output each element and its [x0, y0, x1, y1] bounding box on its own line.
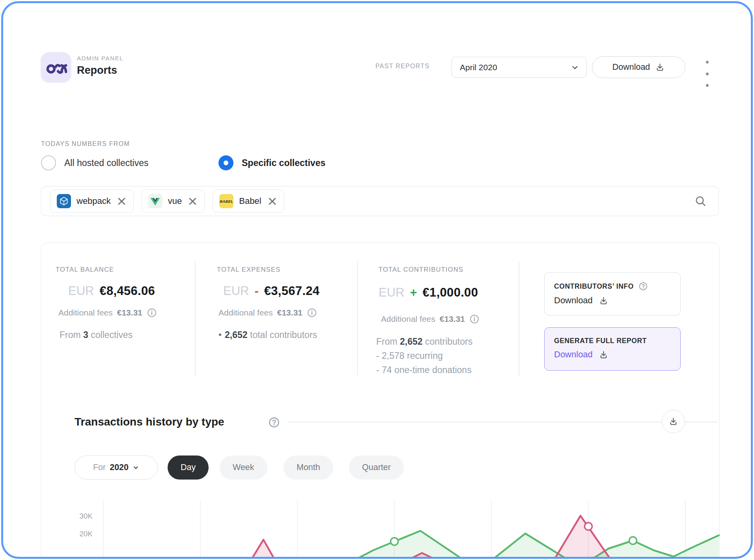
page-title: Reports: [77, 64, 117, 77]
collective-chip-babel[interactable]: BABELBabel: [213, 190, 284, 213]
series-expenses-point[interactable]: [585, 523, 592, 530]
note-value: 2,652: [225, 330, 248, 340]
collective-chip-vue[interactable]: vue: [142, 190, 205, 213]
total-balance-label: TOTAL BALANCE: [56, 266, 114, 273]
expenses-amount: €3,567.24: [264, 284, 320, 298]
total-balance-value: EUR €8,456.06: [68, 284, 155, 298]
radio-unselected-icon[interactable]: [41, 155, 56, 170]
contributions-fees-row: Additional fees €13.31: [381, 314, 480, 324]
download-label: Download: [554, 295, 593, 306]
info-icon[interactable]: [307, 308, 317, 318]
contributors-info-title: CONTRIBUTORS’ INFO: [554, 282, 634, 291]
help-icon[interactable]: [268, 416, 280, 428]
positive-sign: +: [410, 286, 417, 300]
series-contributions-point[interactable]: [629, 537, 637, 544]
generate-report-download-button[interactable]: Download: [554, 349, 671, 360]
contributions-amount: €1,000.00: [423, 286, 478, 300]
babel-logo-icon: BABEL: [219, 194, 233, 208]
remove-chip-icon[interactable]: [116, 196, 127, 207]
generate-report-title: GENERATE FULL REPORT: [554, 337, 647, 345]
negative-sign: -: [254, 284, 258, 298]
more-options-button[interactable]: [702, 61, 712, 87]
bullet: •: [218, 330, 222, 340]
radio-specific-label: Specific collectives: [242, 158, 325, 168]
remove-chip-icon[interactable]: [187, 196, 198, 207]
download-icon: [655, 62, 665, 72]
fees-value: €13.31: [277, 308, 302, 317]
radio-all-hosted-collectives[interactable]: All hosted collectives: [41, 155, 149, 170]
contributions-breakdown-onetime: - 74 one-time donations: [376, 365, 472, 375]
column-divider: [519, 261, 519, 376]
balance-amount: €8,456.06: [99, 284, 155, 298]
help-icon[interactable]: [638, 282, 648, 291]
contributions-breakdown-recurring: - 2,578 recurring: [376, 351, 443, 361]
transactions-history-title: Transactions history by type: [75, 416, 224, 428]
org-logo-glyph: [45, 56, 67, 79]
radio-specific-collectives[interactable]: Specific collectives: [218, 155, 325, 170]
note-prefix: From: [376, 336, 398, 347]
fees-label: Additional fees: [218, 308, 273, 317]
contributors-info-title-row: CONTRIBUTORS’ INFO: [554, 282, 671, 291]
generate-full-report-box: GENERATE FULL REPORT Download: [544, 327, 681, 371]
year-filter-select[interactable]: For 2020: [75, 455, 158, 480]
currency-code: EUR: [68, 284, 94, 298]
kebab-dot: [706, 61, 709, 63]
fees-value: €13.31: [117, 308, 142, 317]
balance-note: From 3 collectives: [60, 330, 133, 340]
contributions-from-note: From 2,652 contributors: [376, 336, 472, 347]
kebab-dot: [706, 84, 709, 87]
note-suffix: collectives: [91, 330, 133, 340]
note-prefix: From: [60, 330, 81, 340]
chip-label: vue: [168, 196, 182, 206]
radio-all-hosted-label: All hosted collectives: [64, 158, 149, 168]
note-value: 3: [83, 330, 88, 340]
total-expenses-label: TOTAL EXPENSES: [217, 266, 280, 273]
chevron-down-icon: [571, 63, 579, 72]
remove-chip-icon[interactable]: [267, 196, 278, 207]
download-report-label: Download: [612, 62, 650, 72]
download-report-button[interactable]: Download: [592, 56, 685, 78]
chip-label: Babel: [239, 196, 261, 206]
download-icon: [668, 416, 678, 426]
info-icon[interactable]: [469, 314, 480, 324]
collective-chips: webpackvueBABELBabel: [50, 190, 284, 213]
granularity-tab-day[interactable]: Day: [168, 455, 209, 480]
generate-report-title-row: GENERATE FULL REPORT: [554, 337, 671, 345]
chart-download-button[interactable]: [662, 410, 685, 433]
download-icon: [599, 296, 608, 306]
granularity-tab-month[interactable]: Month: [284, 455, 333, 480]
contributors-info-box: CONTRIBUTORS’ INFO Download: [544, 272, 681, 315]
currency-code: EUR: [379, 286, 404, 300]
period-select-value: April 2020: [460, 63, 497, 72]
year-filter-prefix: For: [93, 463, 106, 472]
collective-chip-webpack[interactable]: webpack: [50, 190, 134, 213]
transactions-chart[interactable]: [3, 501, 753, 558]
collectives-filter-bar[interactable]: webpackvueBABELBabel: [41, 186, 719, 216]
total-contributions-value: EUR + €1,000.00: [379, 286, 478, 300]
period-select[interactable]: April 2020: [452, 57, 587, 78]
chip-label: webpack: [77, 196, 111, 206]
section-divider: [288, 422, 718, 422]
expenses-note: •2,652 total contributors: [218, 330, 317, 340]
search-icon[interactable]: [694, 195, 707, 207]
info-icon[interactable]: [147, 308, 157, 318]
contributors-info-download-button[interactable]: Download: [554, 295, 671, 306]
total-contributions-label: TOTAL CONTRIBUTIONS: [379, 266, 463, 273]
balance-fees-row: Additional fees €13.31: [58, 308, 157, 318]
series-contributions-point[interactable]: [391, 538, 398, 545]
past-reports-label: PAST REPORTS: [375, 63, 429, 70]
reports-page: ADMIN PANEL Reports PAST REPORTS April 2…: [1, 1, 753, 559]
note-value: 2,652: [400, 336, 423, 347]
fees-label: Additional fees: [381, 314, 435, 324]
column-divider: [357, 261, 358, 376]
total-expenses-value: EUR - €3,567.24: [223, 284, 319, 298]
webpack-logo-icon: [57, 194, 71, 208]
granularity-tab-week[interactable]: Week: [220, 455, 267, 480]
radio-selected-icon[interactable]: [218, 155, 233, 170]
series-contributions-area: [93, 531, 719, 558]
granularity-tab-quarter[interactable]: Quarter: [349, 455, 404, 480]
year-filter-value: 2020: [110, 463, 129, 472]
note-suffix: total contributors: [250, 330, 317, 340]
chevron-down-icon: [133, 464, 139, 471]
column-divider: [195, 261, 196, 376]
